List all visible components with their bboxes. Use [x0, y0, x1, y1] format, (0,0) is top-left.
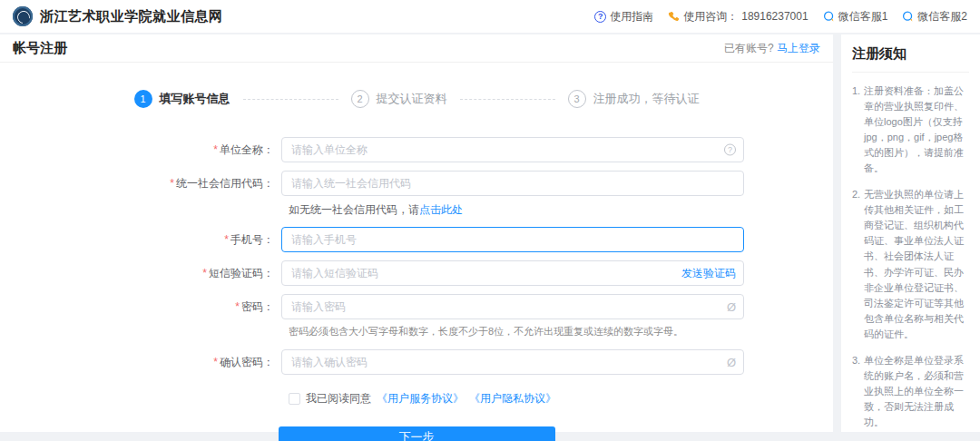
eye-off-icon[interactable]: Ø	[727, 356, 736, 369]
password-rule-hint: 密码必须包含大小写字母和数字，长度不少于8位，不允许出现重复或连续的数字或字母。	[289, 325, 833, 338]
notice-item: 2. 无营业执照的单位请上传其他相关证件，如工商登记证、组织机构代码证、事业单位…	[852, 187, 969, 341]
required-mark: *	[224, 233, 229, 246]
confirm-password-row: *确认密码： Ø	[0, 349, 833, 375]
guide-link-label: 使用指南	[610, 9, 653, 24]
confirm-password-input[interactable]	[281, 349, 744, 375]
required-mark: *	[170, 177, 174, 190]
top-bar: 浙江艺术职业学院就业信息网 ? 使用指南 使用咨询：18916237001 微信…	[0, 0, 980, 33]
step-connector	[460, 99, 555, 100]
step-2: 2 提交认证资料	[351, 90, 447, 108]
step-1: 1 填写账号信息	[134, 90, 230, 108]
wechat-service-1-label: 微信客服1	[838, 9, 888, 24]
wechat-service-1-link[interactable]: 微信客服1	[823, 9, 888, 24]
phone-input-wrap	[281, 227, 744, 252]
credit-code-input[interactable]	[281, 171, 744, 196]
eye-off-icon[interactable]: Ø	[727, 300, 736, 314]
required-mark: *	[213, 356, 218, 368]
have-account-text: 已有账号?	[724, 42, 774, 54]
service-agreement-link[interactable]: 《用户服务协议》	[377, 391, 464, 407]
login-now-link[interactable]: 马上登录	[777, 42, 820, 54]
question-circle-icon: ?	[594, 11, 606, 23]
brand: 浙江艺术职业学院就业信息网	[13, 6, 223, 26]
privacy-agreement-link[interactable]: 《用户隐私协议》	[469, 391, 556, 407]
agreement-checkbox[interactable]	[289, 393, 300, 405]
help-question-icon[interactable]: ?	[724, 144, 736, 156]
sms-code-row: *短信验证码： 发送验证码	[0, 260, 833, 286]
chat-bubble-icon	[823, 11, 835, 23]
sms-code-label: *短信验证码：	[0, 266, 281, 281]
phone-icon	[668, 11, 680, 23]
unit-name-input[interactable]	[281, 137, 744, 162]
sms-code-input[interactable]	[281, 260, 744, 286]
page: 浙江艺术职业学院就业信息网 ? 使用指南 使用咨询：18916237001 微信…	[0, 0, 980, 432]
phone-input[interactable]	[281, 227, 744, 252]
registration-form: *单位全称： ? *统一社会信用代码： 如无统一社会信用代码，请点击此处	[0, 137, 833, 441]
step-2-label: 提交认证资料	[377, 91, 447, 107]
no-credit-code-link[interactable]: 点击此处	[419, 203, 463, 216]
required-mark: *	[213, 143, 218, 156]
step-connector	[243, 99, 338, 100]
wechat-service-2-label: 微信客服2	[917, 9, 967, 24]
step-1-label: 填写账号信息	[160, 91, 230, 107]
confirm-password-label: *确认密码：	[0, 355, 281, 370]
credit-code-input-wrap	[281, 171, 744, 196]
step-2-number: 2	[351, 90, 369, 108]
next-step-button[interactable]: 下一步	[279, 426, 555, 441]
credit-code-row: *统一社会信用代码：	[0, 171, 833, 196]
agreement-text: 我已阅读同意	[306, 391, 371, 407]
stepper: 1 填写账号信息 2 提交认证资料 3 注册成功，等待认证	[0, 90, 833, 108]
wechat-service-2-link[interactable]: 微信客服2	[902, 9, 967, 24]
consult-info: 使用咨询：18916237001	[668, 9, 808, 24]
school-logo-icon	[13, 6, 33, 26]
page-title: 帐号注册	[13, 40, 67, 57]
notice-item: 3. 单位全称是单位登录系统的账户名，必须和营业执照上的单位全称一致，否则无法注…	[852, 353, 969, 430]
phone-row: *手机号：	[0, 227, 833, 252]
password-input[interactable]	[281, 294, 744, 319]
consult-phone: 18916237001	[741, 10, 808, 23]
agreement-row: 我已阅读同意 《用户服务协议》 《用户隐私协议》	[289, 391, 833, 407]
credit-code-tip-text: 如无统一社会信用代码，请	[289, 203, 419, 216]
chat-bubble-icon	[902, 11, 914, 23]
content-area: 帐号注册 已有账号? 马上登录 1 填写账号信息 2 提交认证资料	[0, 34, 980, 432]
sms-code-input-wrap: 发送验证码	[281, 260, 744, 286]
password-row: *密码： Ø	[0, 294, 833, 319]
registration-card: 帐号注册 已有账号? 马上登录 1 填写账号信息 2 提交认证资料	[0, 34, 833, 432]
credit-code-tip: 如无统一社会信用代码，请点击此处	[289, 202, 833, 218]
unit-name-label: *单位全称：	[0, 142, 281, 158]
registration-card-header: 帐号注册 已有账号? 马上登录	[0, 34, 833, 63]
phone-label: *手机号：	[0, 232, 281, 248]
site-title: 浙江艺术职业学院就业信息网	[40, 8, 223, 25]
guide-link[interactable]: ? 使用指南	[594, 9, 653, 24]
top-links: ? 使用指南 使用咨询：18916237001 微信客服1	[594, 9, 967, 24]
login-hint: 已有账号? 马上登录	[724, 41, 820, 56]
send-sms-code-button[interactable]: 发送验证码	[681, 266, 736, 281]
required-mark: *	[202, 267, 207, 279]
notice-list: 1. 注册资料准备：加盖公章的营业执照复印件、单位logo图片（仅支持jpg，p…	[852, 83, 969, 441]
step-3: 3 注册成功，等待认证	[568, 90, 700, 108]
password-label: *密码：	[0, 299, 281, 315]
unit-name-row: *单位全称： ?	[0, 137, 833, 162]
step-3-label: 注册成功，等待认证	[593, 91, 700, 107]
step-3-number: 3	[568, 90, 586, 108]
confirm-password-input-wrap: Ø	[281, 349, 744, 375]
step-1-number: 1	[134, 90, 152, 108]
required-mark: *	[235, 300, 240, 313]
notice-title: 注册须知	[852, 34, 969, 73]
consult-label: 使用咨询：	[683, 9, 738, 24]
notice-panel: 注册须知 1. 注册资料准备：加盖公章的营业执照复印件、单位logo图片（仅支持…	[841, 34, 980, 432]
unit-name-input-wrap: ?	[281, 137, 744, 162]
notice-item: 1. 注册资料准备：加盖公章的营业执照复印件、单位logo图片（仅支持jpg，p…	[852, 83, 969, 176]
password-input-wrap: Ø	[281, 294, 744, 319]
credit-code-label: *统一社会信用代码：	[0, 176, 281, 191]
